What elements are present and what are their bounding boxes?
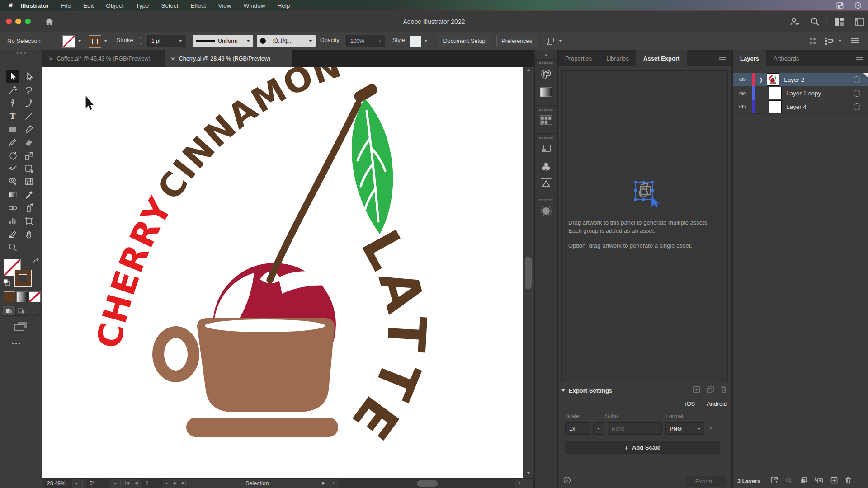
blend-tool[interactable] bbox=[6, 201, 19, 214]
artboard-options-icon[interactable] bbox=[545, 36, 555, 48]
hscroll-thumb[interactable] bbox=[417, 480, 438, 487]
magic-wand-tool[interactable] bbox=[6, 83, 19, 96]
menu-item-window[interactable]: Window bbox=[243, 2, 265, 9]
style-label[interactable]: Style: bbox=[392, 37, 406, 44]
dock-drag-handle[interactable]: ■■■■■■ bbox=[535, 105, 557, 113]
scroll-down-icon[interactable] bbox=[527, 472, 530, 474]
status-expand-icon[interactable]: ▶ bbox=[322, 480, 326, 485]
shape-builder-tool[interactable] bbox=[6, 175, 19, 188]
draw-behind-button[interactable] bbox=[15, 306, 28, 316]
eraser-tool[interactable] bbox=[22, 136, 36, 149]
slice-tool[interactable] bbox=[6, 227, 19, 240]
panel-toggle-icon[interactable] bbox=[854, 17, 864, 28]
visibility-toggle[interactable] bbox=[733, 77, 752, 82]
locate-object-icon[interactable] bbox=[785, 477, 793, 486]
fill-chevron-icon[interactable] bbox=[78, 40, 81, 42]
format-select[interactable]: PNG bbox=[665, 422, 704, 435]
zoom-tool[interactable] bbox=[6, 240, 19, 253]
tab-artboards[interactable]: Artboards bbox=[766, 50, 806, 66]
rotation-chevron-icon[interactable] bbox=[114, 483, 117, 484]
none-mode-button[interactable] bbox=[29, 291, 41, 302]
menu-item-effect[interactable]: Effect bbox=[190, 2, 206, 9]
opacity-expand-icon[interactable]: › bbox=[379, 38, 381, 44]
new-layer-icon[interactable] bbox=[830, 477, 838, 486]
layer-name[interactable]: Layer 2 bbox=[784, 76, 804, 83]
fill-swatch[interactable] bbox=[62, 35, 75, 48]
tab-properties[interactable]: Properties bbox=[558, 50, 599, 66]
rotation-field[interactable]: 0° bbox=[86, 479, 110, 488]
controlbar-menu-icon[interactable] bbox=[851, 38, 859, 46]
menu-item-view[interactable]: View bbox=[218, 2, 231, 9]
style-chevron-icon[interactable] bbox=[424, 40, 428, 42]
suffix-input[interactable] bbox=[608, 422, 662, 435]
toolbar-drag-handle[interactable]: ■ ■ ■ bbox=[0, 50, 42, 55]
workspace-icon[interactable] bbox=[835, 17, 844, 28]
layers-menu-icon[interactable] bbox=[856, 54, 863, 62]
stroke-weight-stepper[interactable]: ⌃⌄ bbox=[139, 37, 142, 45]
swap-fill-stroke-icon[interactable] bbox=[33, 258, 40, 267]
tab-layers[interactable]: Layers bbox=[733, 50, 766, 66]
dock-drag-handle[interactable]: ■■■■■■ bbox=[535, 195, 557, 202]
screen-mode-icon[interactable] bbox=[14, 320, 29, 334]
opacity-label[interactable]: Opacity: bbox=[320, 37, 341, 44]
expand-chevron-icon[interactable]: ❯ bbox=[759, 77, 763, 83]
hscroll-left-icon[interactable]: ‹ bbox=[332, 480, 334, 486]
artboard-number-field[interactable]: 1 bbox=[142, 479, 163, 488]
tab-title[interactable]: Cherry.ai @ 28.49 % (RGB/Preview) bbox=[179, 56, 270, 62]
zoom-level-field[interactable]: 28.49% bbox=[43, 479, 72, 488]
swatches-panel-icon[interactable] bbox=[540, 115, 552, 127]
transform-panel-icon[interactable] bbox=[540, 177, 552, 190]
gradient-panel-icon[interactable] bbox=[540, 87, 552, 99]
pencil-tool[interactable] bbox=[6, 136, 19, 149]
curvature-tool[interactable] bbox=[22, 96, 36, 109]
tab-coffee[interactable]: × Coffee.ai* @ 45.43 % (RGB/Preview) bbox=[43, 50, 166, 67]
export-button[interactable]: Export... bbox=[686, 476, 726, 487]
search-icon[interactable] bbox=[810, 16, 820, 28]
prev-artboard-icon[interactable]: ◀ bbox=[134, 480, 138, 485]
close-icon[interactable]: × bbox=[49, 55, 53, 62]
rectangle-tool[interactable] bbox=[6, 122, 19, 136]
direct-selection-tool[interactable] bbox=[22, 70, 36, 83]
canvas[interactable]: CHERRY CINNAMON LATTE bbox=[42, 67, 523, 478]
tab-asset-export[interactable]: Asset Export bbox=[636, 50, 687, 66]
brush-definition-dropdown[interactable]: —[Û.,ÎÂ]... bbox=[257, 35, 316, 47]
close-icon[interactable]: × bbox=[171, 55, 175, 62]
line-segment-tool[interactable] bbox=[22, 109, 36, 122]
width-profile-chevron-icon[interactable] bbox=[246, 40, 250, 42]
canvas-hscrollbar[interactable] bbox=[339, 479, 515, 488]
info-icon[interactable] bbox=[563, 476, 571, 486]
color-mode-button[interactable] bbox=[4, 291, 15, 302]
stroke-chevron-icon[interactable] bbox=[104, 40, 108, 42]
layer-target-circle[interactable] bbox=[854, 76, 860, 83]
pen-tool[interactable] bbox=[6, 96, 19, 109]
duplicate-asset-icon[interactable] bbox=[707, 386, 714, 395]
document-setup-button[interactable]: Document Setup bbox=[438, 35, 491, 47]
asset-drop-well[interactable]: Drag artwork to this panel to generate m… bbox=[561, 70, 728, 382]
panel-menu-icon[interactable] bbox=[719, 54, 726, 62]
hscroll-right-icon[interactable]: › bbox=[519, 480, 521, 486]
layer-thumbnail[interactable] bbox=[769, 100, 782, 113]
add-asset-icon[interactable] bbox=[693, 386, 700, 395]
export-settings-collapse-icon[interactable] bbox=[561, 389, 565, 392]
layer-target-circle[interactable] bbox=[854, 103, 860, 110]
menu-item-object[interactable]: Object bbox=[106, 2, 123, 9]
control-center-icon[interactable] bbox=[836, 2, 844, 11]
last-artboard-icon[interactable]: ▶| bbox=[182, 480, 186, 485]
preferences-button[interactable]: Preferences bbox=[496, 35, 537, 47]
menu-item-help[interactable]: Help bbox=[277, 2, 290, 9]
vscroll-thumb[interactable] bbox=[525, 257, 532, 289]
gradient-mode-button[interactable] bbox=[16, 291, 28, 302]
paintbrush-tool[interactable] bbox=[22, 122, 36, 136]
canvas-vscrollbar[interactable] bbox=[523, 67, 534, 478]
scroll-up-icon[interactable] bbox=[527, 69, 530, 71]
arrange-documents-icon[interactable] bbox=[825, 37, 834, 47]
layer-name[interactable]: Layer 4 bbox=[786, 103, 807, 110]
selection-tool[interactable] bbox=[6, 70, 19, 83]
type-tool[interactable]: T bbox=[6, 109, 19, 122]
tab-libraries[interactable]: Libraries bbox=[599, 50, 636, 66]
stroke-weight-chevron-icon[interactable] bbox=[179, 40, 182, 42]
layer-row-layer-4[interactable]: Layer 4 bbox=[733, 100, 868, 113]
artboard-chevron-icon[interactable] bbox=[165, 483, 168, 484]
rotate-tool[interactable] bbox=[6, 149, 19, 162]
column-graph-tool[interactable] bbox=[6, 214, 19, 227]
